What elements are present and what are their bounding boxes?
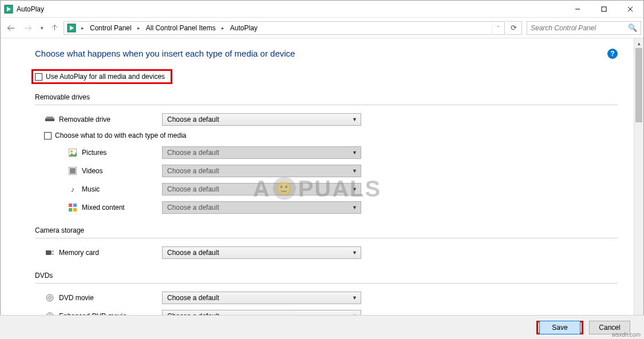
content-wrap: Choose what happens when you insert each…	[1, 38, 643, 338]
window-title: AutoPlay	[17, 5, 564, 13]
page-header: Choose what happens when you insert each…	[35, 49, 618, 59]
chevron-down-icon: ▼	[352, 150, 357, 155]
footer: Save Cancel	[0, 315, 644, 339]
close-button[interactable]	[617, 1, 643, 17]
chevron-down-icon: ▼	[352, 295, 357, 301]
chevron-down-icon: ▼	[352, 205, 357, 210]
save-button[interactable]: Save	[539, 321, 580, 334]
combo-value: Choose a default	[167, 249, 219, 257]
vertical-scrollbar[interactable]: ▴ ▾	[634, 38, 643, 338]
combo-value: Choose a default	[167, 185, 219, 193]
back-button[interactable]: 🡠	[3, 20, 19, 36]
breadcrumb-item[interactable]: All Control Panel Items	[143, 22, 219, 34]
svg-rect-9	[46, 117, 53, 119]
checkbox-icon	[44, 132, 52, 139]
combo-value: Choose a default	[167, 149, 219, 157]
svg-rect-13	[70, 168, 76, 174]
breadcrumb-sep: ▸	[219, 22, 227, 34]
combo-music[interactable]: Choose a default ▼	[162, 183, 361, 196]
app-icon	[4, 5, 13, 14]
svg-point-19	[51, 251, 54, 254]
combo-pictures[interactable]: Choose a default ▼	[162, 146, 361, 159]
address-bar[interactable]: ▸ Control Panel ▸ All Control Panel Item…	[64, 21, 505, 35]
combo-removable-drive[interactable]: Choose a default ▼	[162, 113, 361, 126]
row-videos: Videos Choose a default ▼	[67, 165, 618, 177]
row-label: Videos	[82, 167, 162, 175]
memory-card-icon	[44, 249, 56, 256]
row-memory-card: Memory card Choose a default ▼	[44, 246, 618, 259]
svg-rect-3	[602, 7, 606, 11]
breadcrumb-item[interactable]: Control Panel	[86, 22, 135, 34]
up-button[interactable]: 🡡	[48, 21, 62, 35]
history-dropdown[interactable]: ▾	[37, 25, 46, 31]
svg-point-21	[49, 297, 51, 299]
search-box[interactable]: 🔍	[527, 21, 641, 35]
pictures-icon	[67, 149, 78, 157]
navbar: 🡠 🡢 ▾ 🡡 ▸ Control Panel ▸ All Control Pa…	[1, 18, 643, 38]
search-input[interactable]	[531, 24, 637, 32]
row-label: Pictures	[82, 149, 162, 157]
save-label: Save	[552, 324, 567, 332]
mixed-icon	[67, 204, 78, 212]
window-controls	[564, 1, 643, 17]
disc-icon	[44, 294, 56, 302]
combo-value: Choose a default	[167, 115, 219, 123]
window: AutoPlay 🡠 🡢 ▾ 🡡 ▸ Control Panel ▸ All C	[0, 0, 644, 339]
svg-rect-14	[69, 204, 72, 207]
svg-rect-16	[69, 208, 72, 212]
chevron-down-icon: ▼	[352, 250, 357, 256]
row-label: Removable drive	[59, 115, 162, 123]
row-label: Music	[82, 185, 162, 193]
page-title: Choose what happens when you insert each…	[35, 49, 295, 58]
divider	[35, 105, 618, 105]
section-removable-drives: Removable drives	[35, 93, 618, 101]
combo-videos[interactable]: Choose a default ▼	[162, 165, 361, 177]
combo-dvd-movie[interactable]: Choose a default ▼	[162, 292, 361, 304]
row-music: ♪ Music Choose a default ▼	[67, 183, 618, 196]
divider	[35, 238, 618, 238]
drive-icon	[44, 117, 56, 122]
svg-rect-17	[73, 208, 77, 212]
row-dvd-movie: DVD movie Choose a default ▼	[44, 292, 618, 304]
refresh-button[interactable]: ⟳	[506, 21, 522, 35]
chevron-down-icon: ▼	[352, 168, 357, 174]
section-dvds: DVDs	[35, 272, 618, 280]
chevron-down-icon: ▼	[352, 117, 357, 122]
titlebar: AutoPlay	[1, 1, 643, 18]
videos-icon	[67, 167, 78, 175]
checkbox-label: Use AutoPlay for all media and devices	[46, 73, 165, 81]
row-label: Mixed content	[82, 204, 162, 212]
maximize-button[interactable]	[591, 1, 617, 17]
combo-value: Choose a default	[167, 167, 219, 175]
svg-rect-18	[46, 250, 51, 255]
highlight-master-checkbox: Use AutoPlay for all media and devices	[31, 69, 172, 84]
breadcrumb-sep: ▸	[79, 22, 86, 34]
svg-rect-15	[73, 204, 77, 207]
svg-point-11	[70, 150, 73, 153]
choose-media-checkbox[interactable]: Choose what to do with each type of medi…	[44, 131, 618, 139]
combo-mixed[interactable]: Choose a default ▼	[162, 201, 361, 214]
combo-value: Choose a default	[167, 294, 219, 302]
help-icon[interactable]: ?	[607, 49, 618, 59]
checkbox-label: Choose what to do with each type of medi…	[55, 131, 186, 139]
row-label: Memory card	[59, 249, 162, 257]
content: Choose what happens when you insert each…	[1, 38, 634, 338]
checkbox-icon	[35, 73, 42, 81]
breadcrumb-sep: ▸	[135, 22, 143, 34]
combo-memory-card[interactable]: Choose a default ▼	[162, 246, 361, 259]
row-mixed: Mixed content Choose a default ▼	[67, 201, 618, 214]
music-icon: ♪	[67, 185, 78, 194]
search-icon: 🔍	[628, 23, 637, 32]
scroll-up-arrow[interactable]: ▴	[634, 38, 643, 48]
chevron-down-icon: ▼	[352, 186, 357, 192]
section-camera-storage: Camera storage	[35, 226, 618, 234]
address-dropdown[interactable]: ˅	[492, 22, 504, 34]
row-pictures: Pictures Choose a default ▼	[67, 146, 618, 159]
use-autoplay-checkbox[interactable]: Use AutoPlay for all media and devices	[35, 73, 165, 81]
forward-button[interactable]: 🡢	[20, 20, 36, 36]
address-app-icon	[64, 22, 79, 34]
cancel-label: Cancel	[599, 324, 620, 332]
breadcrumb-item[interactable]: AutoPlay	[227, 22, 261, 34]
minimize-button[interactable]	[564, 1, 591, 17]
scrollbar-thumb[interactable]	[635, 48, 642, 122]
